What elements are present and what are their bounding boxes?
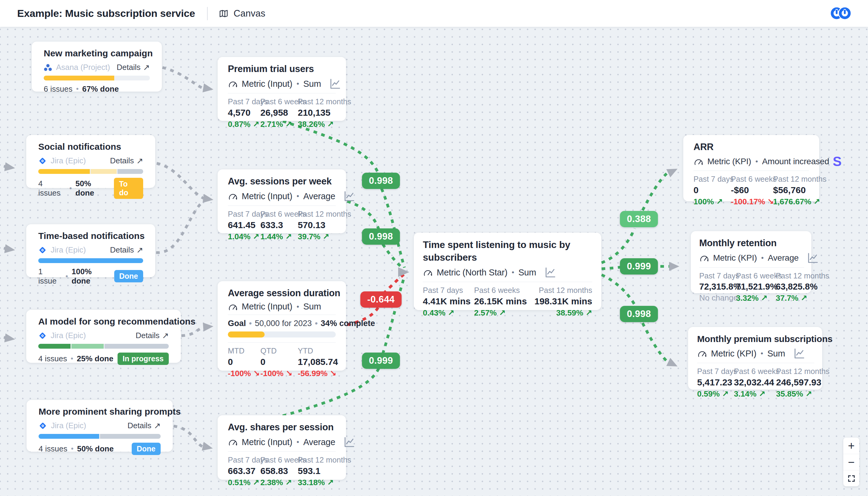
asana-icon (44, 64, 52, 72)
doubleloop-logo[interactable] (830, 6, 851, 21)
metric-card-avg-duration[interactable]: Average session duration Metric (Input) … (218, 281, 346, 371)
stat-value: 641.45 (228, 220, 260, 230)
details-link[interactable]: Details↗ (136, 331, 169, 341)
details-link[interactable]: Details↗ (110, 245, 143, 255)
correlation-badge[interactable]: -0.644 (360, 291, 402, 308)
metric-card-premium-subs[interactable]: Monthly premium subscriptions Metric (KP… (688, 327, 822, 390)
card-title: ARR (694, 141, 809, 153)
project-card-social[interactable]: Social notifications Jira (Epic) Details… (26, 135, 155, 188)
gauge-icon (228, 437, 238, 447)
arrowhead (4, 244, 16, 254)
aggregation-label: Sum (518, 267, 536, 278)
project-card-time-based[interactable]: Time-based notifications Jira (Epic) Det… (26, 224, 155, 277)
issues-count: 4 issues (38, 444, 67, 453)
line-chart-icon[interactable] (328, 77, 341, 90)
card-divider (228, 342, 336, 343)
dot-separator: • (297, 438, 299, 446)
project-card-sharing[interactable]: More prominent sharing prompts Jira (Epi… (27, 400, 173, 452)
done-percent: 25% done (77, 354, 113, 363)
details-link[interactable]: Details↗ (117, 63, 150, 72)
stat-label: Past 12 months (298, 97, 351, 106)
stat-label: Past 12 months (776, 272, 829, 280)
stat-change: 38.59% ↗ (528, 308, 592, 317)
stat-label: QTD (260, 346, 298, 355)
zoom-in-button[interactable]: + (843, 437, 859, 454)
done-percent: 50% done (77, 444, 114, 453)
line-chart-icon[interactable] (342, 436, 356, 448)
correlation-badge[interactable]: 0.998 (362, 229, 400, 245)
line-chart-icon[interactable] (342, 190, 356, 202)
canvas-controls: + − (843, 437, 859, 486)
project-card-ai-model[interactable]: AI model for song recommendations Jira (… (26, 310, 181, 363)
metric-card-north-star[interactable]: Time spent listening to music by subscri… (414, 233, 601, 310)
stat-value: 0 (228, 357, 260, 367)
stat-change: 2.38% ↗ (260, 478, 298, 487)
card-title: AI model for song recommendations (38, 316, 169, 327)
metric-card-arr[interactable]: ARR Metric (KPI) • Amount increased S Pa… (683, 135, 819, 201)
correlation-badge[interactable]: 0.388 (620, 211, 658, 227)
external-link-icon: ↗ (162, 331, 169, 341)
stat-change: 0.43% ↗ (423, 308, 474, 317)
stat-value: 593.1 (298, 466, 351, 476)
project-card-new-marketing[interactable]: New marketing campaign Asana (Project) D… (32, 42, 162, 92)
external-link-icon: ↗ (136, 156, 143, 166)
line-chart-icon[interactable] (792, 347, 806, 360)
card-title: Monthly premium subscriptions (697, 333, 815, 345)
stat-value: 26,958 (260, 108, 298, 118)
stat-value: 4,570 (228, 108, 260, 118)
connector-time-sessions (156, 201, 204, 252)
dot-separator: • (297, 192, 299, 200)
correlation-badge[interactable]: 0.998 (620, 306, 658, 322)
stat-change: 2.57% ↗ (474, 308, 528, 317)
stat-change: 0.51% ↗ (228, 478, 260, 487)
stat-change: -100% ↘ (260, 369, 298, 378)
zoom-out-button[interactable]: − (843, 454, 859, 470)
header-divider (207, 7, 208, 20)
stat-label: Past 12 months (528, 286, 592, 295)
canvas-tab-label: Canvas (234, 8, 265, 19)
stat-change: 3.14% ↗ (734, 389, 776, 399)
aggregation-label: Amount increased (762, 157, 829, 166)
progress-bar (38, 258, 143, 263)
card-divider (423, 282, 592, 282)
arrowhead (203, 194, 214, 204)
canvas-tab[interactable]: Canvas (218, 8, 265, 19)
stat-value: 17,085.74 (298, 357, 338, 367)
card-title: New marketing campaign (44, 48, 150, 59)
progress-bar (38, 344, 169, 348)
details-link[interactable]: Details↗ (127, 421, 161, 431)
gauge-icon (694, 157, 704, 166)
line-chart-icon[interactable] (543, 266, 557, 279)
card-title: Average session duration (228, 287, 336, 299)
correlation-badge[interactable]: 0.999 (620, 258, 658, 275)
goal-progress-bar (228, 331, 336, 338)
stat-value: $56,760 (773, 185, 826, 195)
line-chart-icon[interactable] (806, 252, 819, 264)
stat-value: 32,032.44 (734, 377, 776, 388)
done-percent: 50% done (75, 179, 110, 198)
card-title: More prominent sharing prompts (38, 406, 161, 417)
metric-card-retention[interactable]: Monthly retention Metric (KPI) • Average… (691, 231, 811, 293)
metric-card-premium-trial[interactable]: Premium trial users Metric (Input) • Sum… (218, 57, 346, 121)
arrowhead (4, 333, 16, 343)
metric-type-label: Metric (Input) (242, 191, 292, 201)
card-title: Social notifications (38, 142, 143, 152)
arrowhead (666, 165, 680, 177)
stat-change: 3.32% ↗ (736, 293, 773, 303)
correlation-badge[interactable]: 0.998 (362, 173, 400, 189)
card-title: Avg. sessions per week (228, 175, 336, 187)
metric-card-avg-sessions[interactable]: Avg. sessions per week Metric (Input) • … (218, 169, 346, 233)
goal-summary: Goal • 50,000 for 2023 • 34% complete (228, 319, 336, 328)
details-link[interactable]: Details↗ (110, 156, 143, 166)
progress-bar (38, 434, 161, 439)
stat-value: 198.31K mins (528, 296, 592, 307)
card-title: Time spent listening to music by subscri… (423, 239, 579, 264)
stat-change: 0.87% ↗ (228, 119, 260, 129)
metric-card-avg-shares[interactable]: Avg. shares per session Metric (Input) •… (218, 415, 346, 480)
arrowhead (669, 262, 679, 271)
correlation-badge[interactable]: 0.999 (362, 353, 400, 369)
fullscreen-button[interactable] (843, 470, 859, 486)
source-label: Asana (Project) (56, 63, 110, 72)
stat-value: 663.37 (228, 466, 260, 476)
connector-premium-northstar-2 (382, 189, 404, 267)
